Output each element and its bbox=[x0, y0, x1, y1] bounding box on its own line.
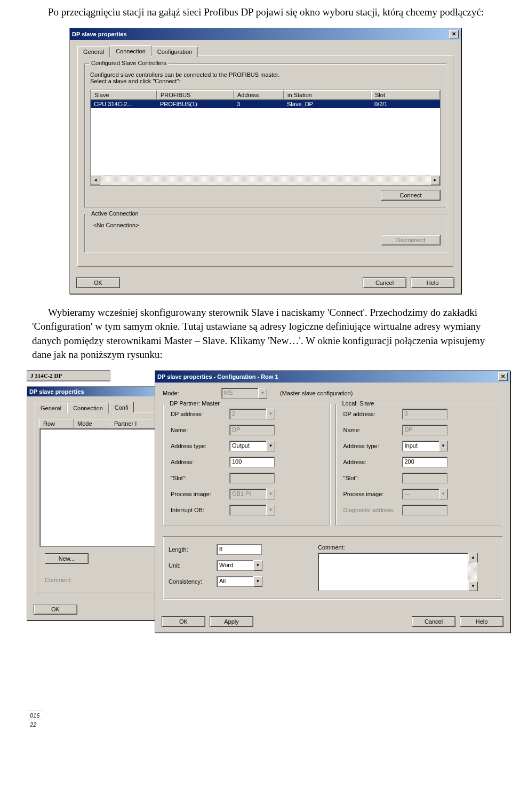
local-slot-value bbox=[402, 473, 447, 483]
col-slave[interactable]: Slave bbox=[91, 90, 157, 100]
chevron-down-icon[interactable]: ▼ bbox=[253, 576, 262, 587]
doc-paragraph-2: Wybieramy wcześniej skonfigurowany stero… bbox=[0, 300, 512, 370]
length-label: Length: bbox=[169, 546, 217, 553]
new-button[interactable]: New... bbox=[45, 553, 89, 564]
partner-slot-value bbox=[229, 473, 275, 483]
local-address-label: Address: bbox=[343, 459, 402, 465]
chevron-down-icon: ▼ bbox=[266, 505, 275, 515]
partner-proc-img-value: OB1 PI bbox=[229, 489, 266, 499]
horizontal-scrollbar[interactable]: ◄ ► bbox=[91, 175, 440, 185]
tab-connection-back[interactable]: Connection bbox=[67, 403, 109, 413]
scroll-left-icon[interactable]: ◄ bbox=[91, 176, 100, 185]
partner-addr-type-combo[interactable]: Output ▼ bbox=[229, 441, 275, 451]
partner-int-ob-combo: ▼ bbox=[229, 505, 275, 515]
tab-configuration[interactable]: Configuration bbox=[151, 46, 198, 57]
local-proc-img-label: Process image: bbox=[343, 491, 402, 497]
tab-configuration-back[interactable]: Confi bbox=[109, 402, 134, 412]
scroll-right-icon[interactable]: ► bbox=[430, 176, 440, 185]
col-slot[interactable]: Slot bbox=[371, 90, 440, 100]
tab-general-back[interactable]: General bbox=[35, 403, 67, 413]
dp-slave-properties-dialog: DP slave properties ✕ General Connection… bbox=[69, 28, 461, 294]
unit-combo[interactable]: Word ▼ bbox=[217, 560, 262, 571]
cell-address: 3 bbox=[234, 100, 284, 108]
col-row[interactable]: Row bbox=[39, 419, 74, 428]
local-name-value: DP bbox=[402, 425, 447, 435]
ok-button[interactable]: OK bbox=[162, 616, 205, 627]
help-button[interactable]: Help bbox=[411, 277, 454, 288]
consistency-combo[interactable]: All ▼ bbox=[217, 576, 262, 587]
config-list[interactable] bbox=[39, 428, 163, 547]
unit-value[interactable]: Word bbox=[217, 560, 253, 571]
mode-hint: (Master-slave configuration) bbox=[280, 390, 353, 396]
consistency-label: Consistency: bbox=[169, 578, 217, 585]
chevron-down-icon: ▼ bbox=[266, 489, 275, 499]
cancel-button[interactable]: Cancel bbox=[363, 277, 406, 288]
titlebar-back: DP slave properties bbox=[27, 387, 171, 396]
col-profibus[interactable]: PROFIBUS bbox=[157, 90, 234, 100]
partner-addr-type-value[interactable]: Output bbox=[229, 441, 266, 451]
chevron-down-icon[interactable]: ▼ bbox=[266, 441, 275, 451]
comment-textarea[interactable] bbox=[318, 553, 468, 591]
chevron-down-icon: ▼ bbox=[439, 489, 448, 499]
local-addr-type-value[interactable]: Input bbox=[402, 441, 439, 451]
help-button[interactable]: Help bbox=[460, 616, 503, 627]
group-legend-active: Active Connection bbox=[89, 210, 141, 217]
cell-slot: 0/2/1 bbox=[371, 100, 440, 108]
list-headers: Slave PROFIBUS Address in Station Slot bbox=[91, 90, 440, 100]
tab-connection[interactable]: Connection bbox=[110, 45, 151, 56]
close-icon[interactable]: ✕ bbox=[449, 30, 459, 38]
frag-row-2: 22 bbox=[27, 720, 43, 729]
local-legend: Local: Slave bbox=[340, 400, 377, 407]
local-diag-addr-value bbox=[402, 505, 447, 515]
list-row-selected[interactable]: CPU 314C-2... PROFIBUS(1) 3 Slave_DP 0/2… bbox=[91, 100, 440, 108]
cell-in-station: Slave_DP bbox=[284, 100, 371, 108]
tab-general[interactable]: General bbox=[77, 46, 110, 57]
titlebar: DP slave properties ✕ bbox=[70, 28, 461, 40]
comment-label: Comment: bbox=[318, 544, 477, 551]
hint-text-2: Select a slave and click "Connect": bbox=[90, 78, 441, 84]
cancel-button[interactable]: Cancel bbox=[412, 616, 455, 627]
partner-dp-address-value: 2 bbox=[229, 409, 266, 419]
cell-profibus: PROFIBUS(1) bbox=[157, 100, 234, 108]
cpu-header: J 314C-2 DP bbox=[27, 371, 110, 381]
titlebar-front: DP slave properties - Configuration - Ro… bbox=[155, 371, 510, 383]
partner-dp-address-combo: 2 ▼ bbox=[229, 409, 275, 419]
partner-legend: DP Partner: Master bbox=[167, 400, 222, 407]
local-addr-type-combo[interactable]: Input ▼ bbox=[402, 441, 448, 451]
partner-name-value: DP bbox=[229, 425, 275, 435]
dialog-title-front: DP slave properties - Configuration - Ro… bbox=[157, 373, 278, 380]
mode-combo: MS ▼ bbox=[221, 388, 267, 399]
local-dp-address-value: 3 bbox=[402, 409, 447, 419]
consistency-value[interactable]: All bbox=[217, 576, 253, 587]
ok-button-back[interactable]: OK bbox=[34, 604, 77, 615]
partner-address-value[interactable]: 100 bbox=[229, 457, 275, 467]
local-diag-addr-label: Diagnostic address: bbox=[343, 507, 402, 513]
apply-button[interactable]: Apply bbox=[210, 616, 253, 627]
col-address[interactable]: Address bbox=[234, 90, 284, 100]
close-icon[interactable]: ✕ bbox=[498, 372, 508, 381]
connect-button[interactable]: Connect bbox=[381, 190, 441, 201]
partner-name-label: Name: bbox=[171, 427, 229, 433]
chevron-down-icon[interactable]: ▼ bbox=[439, 441, 448, 451]
partner-proc-img-label: Process image: bbox=[171, 491, 229, 497]
chevron-down-icon[interactable]: ▼ bbox=[253, 560, 262, 571]
local-slot-label: "Slot": bbox=[343, 475, 402, 481]
ok-button[interactable]: OK bbox=[76, 277, 120, 288]
length-value[interactable]: 8 bbox=[217, 544, 262, 555]
local-addr-type-label: Address type: bbox=[343, 443, 402, 449]
col-in-station[interactable]: in Station bbox=[284, 90, 371, 100]
col-mode[interactable]: Mode bbox=[74, 419, 110, 428]
active-connection-group: Active Connection <No Connection> Discon… bbox=[84, 214, 446, 252]
scroll-down-icon[interactable]: ▼ bbox=[468, 582, 478, 591]
scroll-track-v[interactable] bbox=[468, 562, 477, 582]
local-proc-img-value: --- bbox=[402, 489, 439, 499]
slave-list[interactable]: Slave PROFIBUS Address in Station Slot C… bbox=[90, 90, 441, 186]
scroll-up-icon[interactable]: ▲ bbox=[468, 553, 478, 562]
configured-slave-controllers-group: Configured Slave Controllers Configured … bbox=[84, 63, 446, 208]
chevron-down-icon: ▼ bbox=[258, 388, 267, 399]
scroll-track[interactable] bbox=[100, 176, 430, 185]
group-legend: Configured Slave Controllers bbox=[89, 60, 169, 66]
hint-text-1: Configured slave controllers can be conn… bbox=[90, 71, 441, 78]
tabs: General Connection Configuration bbox=[77, 45, 453, 56]
local-address-value[interactable]: 200 bbox=[402, 457, 447, 467]
